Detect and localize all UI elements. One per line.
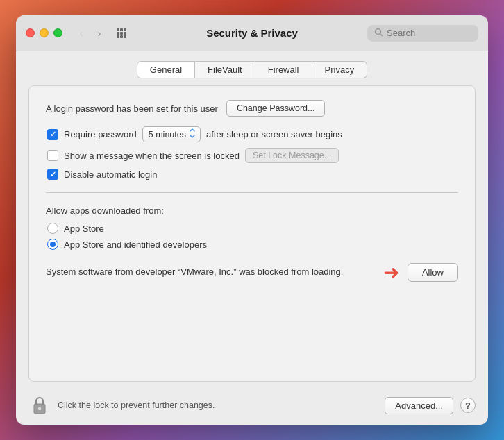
svg-rect-2 [124,28,126,31]
blocked-text: System software from developer “VMware, … [46,266,378,278]
app-store-radio-row: App Store [47,223,458,234]
svg-rect-5 [124,32,126,35]
advanced-button[interactable]: Advanced... [385,397,453,414]
show-lock-message-checkbox[interactable] [47,150,58,161]
tab-filevault[interactable]: FileVault [195,61,255,78]
require-password-dropdown[interactable]: 5 minutes [142,126,201,142]
login-password-text: A login password has been set for this u… [46,103,218,114]
search-box[interactable] [367,25,478,42]
tabs-row: General FileVault Firewall Privacy [16,51,488,85]
maximize-button[interactable] [53,28,62,37]
minimize-button[interactable] [40,28,49,37]
disable-auto-login-checkbox[interactable] [47,169,58,180]
svg-rect-8 [124,35,126,38]
allow-apps-label: Allow apps downloaded from: [46,205,458,216]
app-store-identified-radio[interactable] [47,239,58,250]
allow-button[interactable]: Allow [408,263,458,282]
set-lock-message-button: Set Lock Message... [245,148,339,163]
app-store-identified-radio-row: App Store and identified developers [47,239,458,250]
lock-icon[interactable] [28,394,51,416]
svg-rect-6 [117,35,119,38]
arrow-right-icon: ➜ [383,261,399,284]
content-panel: A login password has been set for this u… [28,85,476,382]
lock-label: Click the lock to prevent further change… [58,400,378,410]
help-button[interactable]: ? [460,398,476,413]
svg-line-10 [380,33,383,36]
dropdown-arrow-icon [189,128,196,140]
tab-firewall[interactable]: Firewall [255,61,312,78]
disable-auto-login-label: Disable automatic login [64,169,157,180]
main-window: ‹ › Security & Privacy [16,15,488,425]
svg-rect-0 [117,28,119,31]
app-store-label: App Store [64,223,104,234]
svg-rect-4 [120,32,123,35]
nav-arrows: ‹ › [74,26,107,41]
tab-privacy[interactable]: Privacy [312,61,368,78]
login-password-row: A login password has been set for this u… [46,100,458,117]
require-password-value: 5 minutes [149,130,186,139]
titlebar: ‹ › Security & Privacy [16,15,488,51]
forward-arrow[interactable]: › [92,26,107,41]
require-password-checkbox[interactable] [47,129,58,140]
app-store-radio[interactable] [47,223,58,234]
close-button[interactable] [26,28,35,37]
svg-rect-3 [117,32,119,35]
svg-rect-7 [120,35,123,38]
blocked-row: System software from developer “VMware, … [46,261,458,284]
require-password-row: Require password 5 minutes after sleep o… [47,126,458,142]
traffic-lights [26,28,62,37]
window-title: Security & Privacy [206,27,298,39]
app-store-identified-label: App Store and identified developers [64,239,207,250]
change-password-button[interactable]: Change Password... [226,100,326,117]
search-input[interactable] [387,28,470,38]
svg-rect-1 [120,28,123,31]
disable-auto-login-row: Disable automatic login [47,169,458,180]
grid-icon[interactable] [114,26,129,41]
tab-general[interactable]: General [137,61,195,78]
require-password-label: Require password [64,129,137,139]
search-icon [374,28,383,39]
bottom-bar: Click the lock to prevent further change… [16,389,488,425]
back-arrow[interactable]: ‹ [74,26,89,41]
show-lock-message-row: Show a message when the screen is locked… [47,148,458,163]
svg-rect-12 [38,407,41,410]
show-lock-message-label: Show a message when the screen is locked [64,151,240,161]
require-password-suffix: after sleep or screen saver begins [206,129,342,139]
divider [46,192,458,193]
